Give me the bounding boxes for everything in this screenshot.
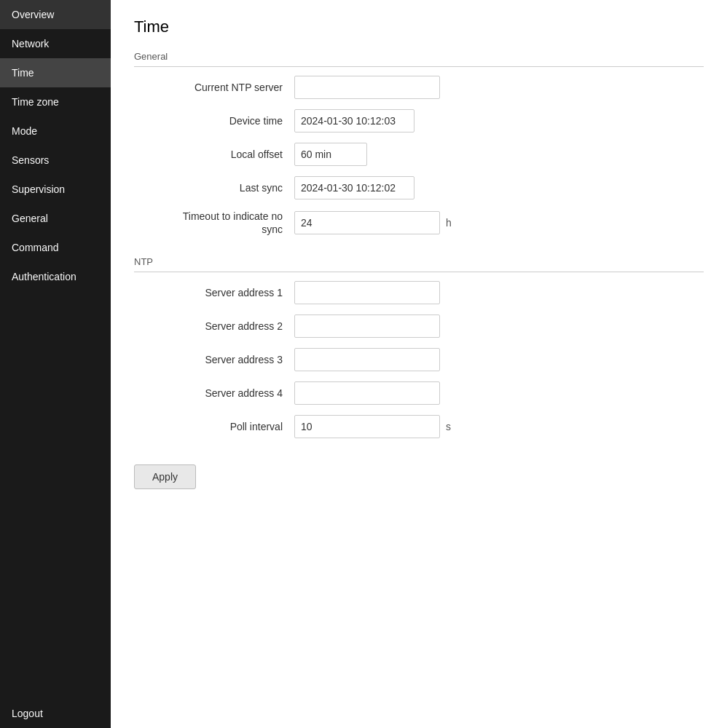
ntp-section-header: NTP	[134, 256, 704, 272]
server1-input[interactable]	[294, 281, 440, 304]
ntp-section: NTP Server address 1 Server address 2 Se…	[134, 256, 704, 438]
general-section: General Current NTP server Device time L…	[134, 51, 704, 236]
server4-input[interactable]	[294, 381, 440, 405]
poll-interval-row: Poll interval s	[134, 415, 704, 438]
device-time-row: Device time	[134, 109, 704, 132]
server4-label: Server address 4	[134, 387, 294, 399]
timeout-row: Timeout to indicate no sync h	[134, 210, 704, 236]
poll-interval-unit: s	[446, 421, 451, 432]
device-time-input[interactable]	[294, 109, 414, 132]
server3-row: Server address 3	[134, 348, 704, 371]
current-ntp-server-label: Current NTP server	[134, 82, 294, 93]
local-offset-input[interactable]	[294, 143, 367, 166]
page-title: Time	[134, 17, 704, 36]
server1-row: Server address 1	[134, 281, 704, 304]
sidebar-item-overview[interactable]: Overview	[0, 0, 111, 29]
server2-input[interactable]	[294, 314, 440, 338]
sidebar: Overview Network Time Time zone Mode Sen…	[0, 0, 111, 728]
sidebar-item-time[interactable]: Time	[0, 58, 111, 87]
server3-input[interactable]	[294, 348, 440, 371]
poll-interval-label: Poll interval	[134, 421, 294, 432]
last-sync-input[interactable]	[294, 176, 414, 199]
sidebar-item-supervision[interactable]: Supervision	[0, 175, 111, 204]
poll-interval-input[interactable]	[294, 415, 440, 438]
server3-label: Server address 3	[134, 354, 294, 365]
sidebar-item-authentication[interactable]: Authentication	[0, 262, 111, 291]
main-content: Time General Current NTP server Device t…	[111, 0, 727, 728]
timeout-input[interactable]	[294, 211, 440, 234]
general-section-header: General	[134, 51, 704, 67]
current-ntp-server-row: Current NTP server	[134, 76, 704, 99]
sidebar-item-logout[interactable]: Logout	[0, 699, 111, 728]
last-sync-label: Last sync	[134, 182, 294, 194]
sidebar-item-sensors[interactable]: Sensors	[0, 146, 111, 175]
local-offset-row: Local offset	[134, 143, 704, 166]
server1-label: Server address 1	[134, 287, 294, 298]
sidebar-item-timezone[interactable]: Time zone	[0, 87, 111, 116]
last-sync-row: Last sync	[134, 176, 704, 199]
sidebar-item-mode[interactable]: Mode	[0, 116, 111, 146]
timeout-unit: h	[446, 217, 452, 229]
timeout-label: Timeout to indicate no sync	[134, 210, 294, 236]
sidebar-item-network[interactable]: Network	[0, 29, 111, 58]
sidebar-item-general[interactable]: General	[0, 204, 111, 233]
server2-row: Server address 2	[134, 314, 704, 338]
server2-label: Server address 2	[134, 320, 294, 332]
local-offset-label: Local offset	[134, 149, 294, 160]
sidebar-item-command[interactable]: Command	[0, 233, 111, 262]
apply-button[interactable]: Apply	[134, 464, 196, 489]
device-time-label: Device time	[134, 115, 294, 127]
server4-row: Server address 4	[134, 381, 704, 405]
current-ntp-server-input[interactable]	[294, 76, 440, 99]
